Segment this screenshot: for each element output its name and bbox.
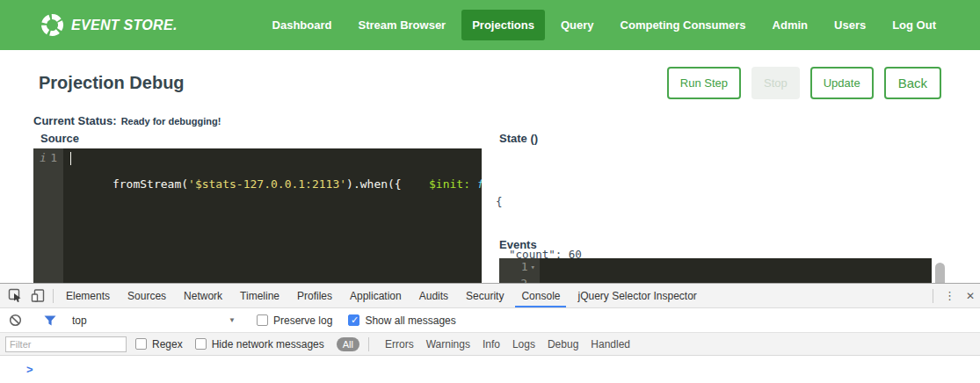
devtools-tab-bar: Elements Sources Network Timeline Profil… bbox=[0, 284, 980, 308]
filter-level-handled[interactable]: Handled bbox=[591, 338, 630, 350]
source-heading: Source bbox=[40, 132, 79, 145]
event-store-logo[interactable]: EVENT STORE. bbox=[40, 13, 178, 37]
devtools-panel: Elements Sources Network Timeline Profil… bbox=[0, 283, 980, 383]
show-all-messages-checkbox[interactable] bbox=[348, 314, 359, 326]
code-token bbox=[402, 177, 429, 191]
preserve-log-checkbox[interactable] bbox=[257, 314, 268, 326]
filter-level-warnings[interactable]: Warnings bbox=[426, 338, 470, 350]
events-code-editor[interactable]: 1 ▾ 2 { "correlationId": "f2c02ac7-2224-… bbox=[499, 258, 932, 283]
separator bbox=[933, 289, 933, 303]
nav-item-competing-consumers[interactable]: Competing Consumers bbox=[621, 18, 746, 32]
device-toolbar-icon[interactable] bbox=[26, 284, 49, 307]
stop-button: Stop bbox=[751, 67, 800, 99]
filter-level-logs[interactable]: Logs bbox=[512, 338, 535, 350]
line-number: 2 bbox=[520, 277, 527, 283]
status-label: Current Status: bbox=[33, 114, 117, 127]
nav-item-log-out[interactable]: Log Out bbox=[892, 18, 936, 32]
console-toolbar: top ▼ Preserve log Show all messages bbox=[0, 308, 980, 333]
code-token: ).when({ bbox=[346, 177, 402, 191]
devtools-tab-application[interactable]: Application bbox=[344, 284, 408, 307]
console-filter-bar: Regex Hide network messages All Errors W… bbox=[0, 333, 980, 356]
kebab-menu-icon[interactable]: ⋮ bbox=[937, 289, 962, 302]
devtools-tab-profiles[interactable]: Profiles bbox=[291, 284, 338, 307]
event-store-ring-icon bbox=[40, 13, 64, 37]
status-value: Ready for debugging! bbox=[121, 116, 221, 126]
update-button[interactable]: Update bbox=[810, 67, 874, 99]
close-devtools-icon[interactable]: ✕ bbox=[962, 290, 980, 302]
code-token-string: '$stats-127.0.0.1:2113' bbox=[188, 177, 346, 191]
events-code: { "correlationId": "f2c02ac7-2224-49cb-a… bbox=[540, 258, 932, 283]
hide-network-messages-checkbox[interactable] bbox=[195, 338, 207, 350]
code-token: fromStream( bbox=[113, 177, 188, 191]
hide-network-messages-label: Hide network messages bbox=[212, 338, 324, 350]
filter-level-debug[interactable]: Debug bbox=[548, 338, 578, 350]
clear-console-icon[interactable] bbox=[4, 308, 26, 332]
run-step-button[interactable]: Run Step bbox=[667, 67, 741, 99]
line-number: 1 bbox=[50, 151, 57, 164]
show-all-messages-label: Show all messages bbox=[365, 314, 455, 327]
page-title: Projection Debug bbox=[39, 73, 185, 93]
preserve-log-label: Preserve log bbox=[273, 314, 332, 327]
filter-level-all[interactable]: All bbox=[337, 337, 359, 351]
console-output[interactable]: > bbox=[0, 356, 980, 376]
back-button[interactable]: Back bbox=[884, 67, 941, 99]
separator bbox=[368, 337, 369, 351]
inspect-element-icon[interactable] bbox=[4, 284, 26, 307]
code-token-type: fu bbox=[477, 177, 482, 191]
nav-item-projections[interactable]: Projections bbox=[461, 10, 545, 40]
current-status: Current Status:Ready for debugging! bbox=[33, 112, 221, 128]
devtools-tabbar-controls: ⋮ ✕ bbox=[929, 289, 980, 303]
devtools-tab-security[interactable]: Security bbox=[460, 284, 510, 307]
source-code-line[interactable]: fromStream('$stats-127.0.0.1:2113').when… bbox=[63, 148, 482, 283]
filter-input[interactable] bbox=[5, 336, 127, 352]
source-gutter: i 1 bbox=[33, 148, 63, 283]
nav-menu: Dashboard Stream Browser Projections Que… bbox=[272, 18, 936, 32]
line-number: 1 bbox=[521, 260, 528, 273]
filter-icon[interactable] bbox=[39, 308, 62, 332]
devtools-tab-console[interactable]: Console bbox=[515, 284, 566, 307]
console-prompt-icon[interactable]: > bbox=[26, 363, 33, 376]
devtools-tab-timeline[interactable]: Timeline bbox=[234, 284, 286, 307]
separator bbox=[53, 289, 54, 303]
filter-level-errors[interactable]: Errors bbox=[385, 338, 414, 350]
gutter-info-icon: i bbox=[40, 151, 47, 164]
state-json-line: { bbox=[496, 193, 582, 211]
source-code-editor[interactable]: i 1 fromStream('$stats-127.0.0.1:2113').… bbox=[33, 148, 482, 283]
text-caret bbox=[70, 152, 71, 165]
regex-label: Regex bbox=[152, 338, 183, 350]
nav-item-admin[interactable]: Admin bbox=[773, 18, 808, 32]
filter-level-info[interactable]: Info bbox=[483, 338, 500, 350]
brand-text: EVENT STORE. bbox=[71, 18, 178, 33]
nav-item-users[interactable]: Users bbox=[834, 18, 866, 32]
code-token-keyword: $init: bbox=[429, 177, 470, 191]
nav-item-query[interactable]: Query bbox=[561, 18, 594, 32]
context-value: top bbox=[72, 314, 87, 327]
nav-item-dashboard[interactable]: Dashboard bbox=[272, 18, 332, 32]
devtools-tab-audits[interactable]: Audits bbox=[413, 284, 454, 307]
state-heading: State () bbox=[499, 132, 538, 145]
devtools-tab-jquery-selector-inspector[interactable]: jQuery Selector Inspector bbox=[571, 284, 702, 307]
devtools-tab-elements[interactable]: Elements bbox=[60, 284, 116, 307]
fold-arrow-icon[interactable]: ▾ bbox=[531, 263, 535, 271]
code-token bbox=[470, 177, 477, 191]
nav-item-stream-browser[interactable]: Stream Browser bbox=[358, 18, 446, 32]
top-navbar: EVENT STORE. Dashboard Stream Browser Pr… bbox=[0, 0, 980, 50]
devtools-tab-sources[interactable]: Sources bbox=[121, 284, 172, 307]
events-heading: Events bbox=[499, 238, 537, 251]
chevron-down-icon: ▼ bbox=[229, 316, 236, 324]
page: EVENT STORE. Dashboard Stream Browser Pr… bbox=[0, 0, 980, 383]
execution-context-select[interactable]: top ▼ bbox=[72, 314, 236, 327]
events-gutter: 1 ▾ 2 bbox=[499, 258, 540, 283]
action-buttons: Run Step Stop Update Back bbox=[667, 67, 941, 99]
devtools-tab-network[interactable]: Network bbox=[178, 284, 229, 307]
regex-checkbox[interactable] bbox=[135, 338, 147, 350]
